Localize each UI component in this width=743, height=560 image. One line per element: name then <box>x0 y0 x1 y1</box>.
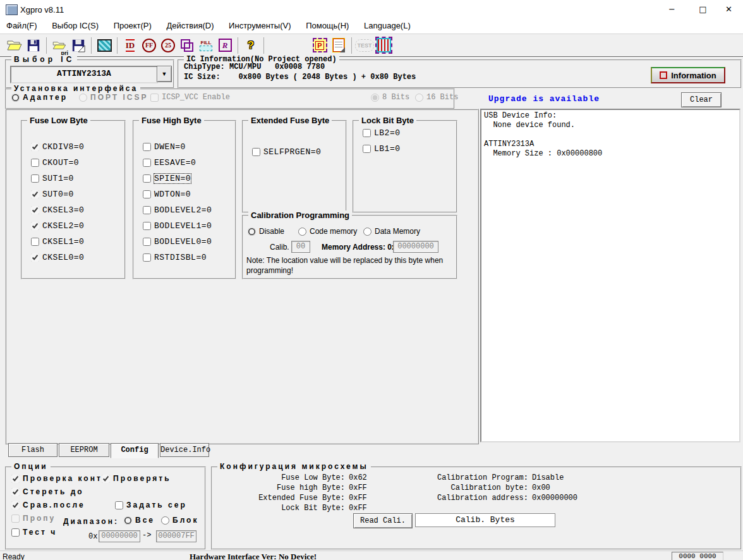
radio[interactable] <box>298 228 306 236</box>
checkbox[interactable] <box>143 190 151 198</box>
checkbox[interactable] <box>363 129 371 137</box>
maximize-button[interactable]: □ <box>689 0 717 19</box>
calib-bytes-field[interactable]: Calib. Bytes <box>415 513 555 527</box>
fuse-bit-checkbox[interactable]: CKDIV8=0 <box>31 139 84 155</box>
fuse-bit-checkbox[interactable]: BODLEVEL1=0 <box>143 218 212 234</box>
tab-flash[interactable]: Flash <box>8 443 57 457</box>
checkbox[interactable] <box>31 174 39 183</box>
tab-eeprom[interactable]: EEPROM <box>59 443 109 457</box>
fuse-bit-checkbox[interactable]: CKOUT=0 <box>31 155 84 171</box>
ic-combobox[interactable]: ATTINY2313A <box>10 66 158 83</box>
range-block-radio[interactable]: Блок <box>161 516 198 525</box>
open-file-icon[interactable] <box>5 36 24 55</box>
radio[interactable] <box>11 94 20 102</box>
checkbox[interactable] <box>11 488 20 496</box>
fuse-bit-checkbox[interactable]: CKSEL0=0 <box>31 250 84 265</box>
checkbox[interactable] <box>31 238 39 246</box>
menu-tools[interactable]: Инструменты(V) <box>222 19 297 33</box>
calib-disable-radio[interactable]: Disable <box>248 227 284 236</box>
verify-checkbox[interactable]: Проверять <box>102 474 171 483</box>
fuse-bit-checkbox[interactable]: CKSEL3=0 <box>31 202 84 218</box>
adapter-radio[interactable]: Адаптер <box>11 93 68 102</box>
fuse-bit-checkbox[interactable]: SELFPRGEN=0 <box>252 144 321 160</box>
menu-select-ic[interactable]: Выбор IC(S) <box>45 19 105 33</box>
fuse-bit-checkbox[interactable]: DWEN=0 <box>143 139 212 155</box>
open-project-icon[interactable]: prj <box>50 36 69 55</box>
refresh-icon[interactable]: R <box>215 36 234 55</box>
checkbox[interactable] <box>143 143 151 151</box>
save-project-icon[interactable] <box>69 36 88 55</box>
checkbox[interactable] <box>11 501 20 509</box>
program-icon[interactable]: P <box>310 36 329 55</box>
fuse-bit-checkbox[interactable]: SUT0=0 <box>31 186 84 202</box>
radio[interactable] <box>124 516 132 525</box>
device-icon[interactable] <box>95 36 114 55</box>
checkbox[interactable] <box>31 206 39 214</box>
compare-checkbox[interactable]: Срав.после <box>11 501 85 509</box>
checkbox[interactable] <box>143 253 151 262</box>
checkbox[interactable] <box>363 145 371 153</box>
fuse-bit-checkbox[interactable]: BODLEVEL0=0 <box>143 234 212 250</box>
checkbox[interactable] <box>31 222 39 230</box>
checkbox[interactable] <box>115 501 123 509</box>
pin-detect-icon[interactable] <box>374 36 393 55</box>
combobox-dropdown-icon[interactable]: ▼ <box>157 66 172 82</box>
minimize-button[interactable]: − <box>658 0 686 19</box>
fuse-bit-checkbox[interactable]: WDTON=0 <box>143 186 212 202</box>
checkbox[interactable] <box>143 238 151 246</box>
checkbox[interactable] <box>102 475 110 483</box>
test-checkbox[interactable]: Тест ч <box>11 528 57 537</box>
tab-config[interactable]: Config <box>111 443 159 458</box>
close-button[interactable]: ✕ <box>715 0 743 19</box>
checkbox[interactable] <box>31 143 39 151</box>
calib-value-field[interactable]: 00 <box>291 241 310 253</box>
verify-contact-checkbox[interactable]: Проверка конт <box>11 474 102 483</box>
checkbox[interactable] <box>252 148 260 156</box>
save-file-icon[interactable] <box>24 36 43 55</box>
information-button[interactable]: Information <box>651 67 725 83</box>
clear-button[interactable]: Clear <box>681 92 722 107</box>
find-25-icon[interactable]: 25 <box>159 36 178 55</box>
fill-icon[interactable]: FILL <box>196 36 215 55</box>
checkbox[interactable] <box>31 253 39 262</box>
menu-project[interactable]: Проект(P) <box>107 19 158 33</box>
memory-address-field[interactable]: 00000000 <box>393 241 438 253</box>
checkbox[interactable] <box>11 528 20 537</box>
range-all-radio[interactable]: Все <box>124 516 155 525</box>
checkbox[interactable] <box>143 159 151 167</box>
calib-data-radio[interactable]: Data Memory <box>363 227 420 236</box>
addr-from-field[interactable]: 00000000 <box>99 530 140 542</box>
fuse-bit-checkbox[interactable]: SUT1=0 <box>31 171 84 186</box>
checkbox[interactable] <box>31 159 39 167</box>
checkbox[interactable] <box>143 174 151 183</box>
checkbox[interactable] <box>31 190 39 198</box>
radio[interactable] <box>363 228 372 236</box>
fuse-bit-checkbox[interactable]: SPIEN=0 <box>143 171 212 186</box>
menu-file[interactable]: Файл(F) <box>0 19 44 33</box>
menu-actions[interactable]: Действия(D) <box>160 19 220 33</box>
addr-to-field[interactable]: 000007FF <box>156 530 196 542</box>
tab-device-info[interactable]: Device.Info <box>160 443 209 457</box>
read-cali-button[interactable]: Read Cali. <box>353 513 413 528</box>
calib-code-radio[interactable]: Code memory <box>298 227 357 236</box>
log-panel[interactable]: USB Device Info: None device found. ATTI… <box>480 109 740 442</box>
edit-buffer-icon[interactable] <box>329 36 348 55</box>
fuse-bit-checkbox[interactable]: BODLEVEL2=0 <box>143 202 212 218</box>
checkbox[interactable] <box>143 206 151 214</box>
checkbox[interactable] <box>11 475 20 483</box>
radio[interactable] <box>161 516 169 525</box>
fuse-bit-checkbox[interactable]: LB1=0 <box>363 141 401 157</box>
fuse-bit-checkbox[interactable]: RSTDISBL=0 <box>143 250 212 265</box>
fuse-bit-checkbox[interactable]: CKSEL1=0 <box>31 234 84 250</box>
help-icon[interactable]: ? <box>241 36 260 55</box>
radio[interactable] <box>248 228 256 236</box>
find-blank-icon[interactable]: FF <box>140 36 159 55</box>
erase-checkbox[interactable]: Стереть до <box>11 487 84 496</box>
serial-checkbox[interactable]: Задать сер <box>115 501 187 509</box>
fuse-bit-checkbox[interactable]: LB2=0 <box>363 125 401 141</box>
checkbox[interactable] <box>143 222 151 230</box>
menu-language[interactable]: Language(L) <box>358 19 417 33</box>
copy-swap-icon[interactable] <box>178 36 196 55</box>
menu-help[interactable]: Помощь(H) <box>299 19 355 33</box>
chip-id-icon[interactable]: ID <box>121 36 140 55</box>
